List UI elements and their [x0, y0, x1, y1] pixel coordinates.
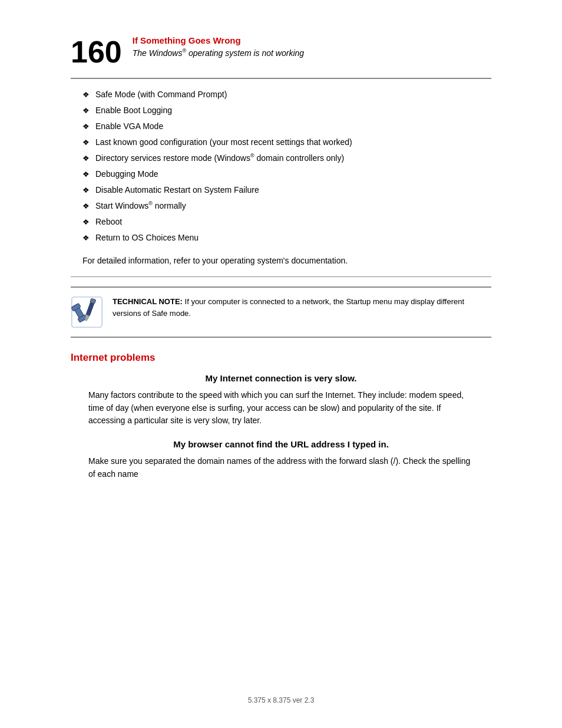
list-item: ❖ Last known good configuration (your mo… — [82, 136, 491, 149]
footer-text: 5.375 x 8.375 ver 2.3 — [248, 696, 315, 704]
subsection1-content: Many factors contribute to the speed wit… — [71, 389, 491, 427]
internet-section: Internet problems My Internet connection… — [71, 352, 491, 480]
list-item: ❖ Return to OS Choices Menu — [82, 232, 491, 244]
doc-paragraph: For detailed information, refer to your … — [71, 248, 491, 267]
diamond-icon: ❖ — [82, 153, 90, 164]
diamond-icon: ❖ — [82, 137, 90, 149]
item-text: Start Windows® normally — [95, 200, 491, 212]
list-item: ❖ Disable Automatic Restart on System Fa… — [82, 184, 491, 196]
page-number: 160 — [71, 37, 122, 67]
subtitle-before: The Windows — [133, 48, 183, 58]
list-item: ❖ Enable Boot Logging — [82, 104, 491, 117]
diamond-icon: ❖ — [82, 89, 90, 101]
item-text: Reboot — [95, 216, 491, 228]
diamond-icon: ❖ — [82, 169, 90, 180]
item-text: Return to OS Choices Menu — [95, 232, 491, 244]
item-text: Disable Automatic Restart on System Fail… — [95, 184, 491, 196]
header-section: 160 If Something Goes Wrong The Windows®… — [71, 35, 491, 67]
item-text: Enable Boot Logging — [95, 104, 491, 117]
item-text: Enable VGA Mode — [95, 120, 491, 133]
subsection1-title: My Internet connection is very slow. — [71, 373, 491, 383]
list-item: ❖ Safe Mode (with Command Prompt) — [82, 88, 491, 101]
subsection2-title: My browser cannot find the URL address I… — [71, 439, 491, 449]
bullet-list: ❖ Safe Mode (with Command Prompt) ❖ Enab… — [71, 88, 491, 244]
chapter-subtitle: The Windows® operating system is not wor… — [133, 48, 304, 58]
diamond-icon: ❖ — [82, 121, 90, 133]
diamond-icon: ❖ — [82, 105, 90, 117]
list-item: ❖ Enable VGA Mode — [82, 120, 491, 133]
diamond-icon: ❖ — [82, 185, 90, 196]
diamond-icon: ❖ — [82, 232, 90, 244]
subsection-url-not-found: My browser cannot find the URL address I… — [71, 439, 491, 480]
list-item: ❖ Debugging Mode — [82, 168, 491, 180]
subsection-slow-connection: My Internet connection is very slow. Man… — [71, 373, 491, 427]
page-container: 160 If Something Goes Wrong The Windows®… — [0, 0, 562, 728]
tools-icon — [71, 296, 103, 328]
item-text: Last known good configuration (your most… — [95, 136, 491, 149]
diamond-icon: ❖ — [82, 200, 90, 212]
tech-note-text: TECHNICAL NOTE: If your computer is conn… — [113, 296, 491, 319]
tech-note-label: TECHNICAL NOTE: — [113, 297, 183, 306]
content-box: ❖ Safe Mode (with Command Prompt) ❖ Enab… — [71, 78, 491, 277]
diamond-icon: ❖ — [82, 216, 90, 228]
page-footer: 5.375 x 8.375 ver 2.3 — [0, 696, 562, 704]
subsection2-content: Make sure you separated the domain names… — [71, 455, 491, 480]
item-text: Debugging Mode — [95, 168, 491, 180]
chapter-title: If Something Goes Wrong — [133, 35, 304, 45]
section-title: Internet problems — [71, 352, 491, 364]
tech-note-box: TECHNICAL NOTE: If your computer is conn… — [71, 286, 491, 338]
list-item: ❖ Start Windows® normally — [82, 200, 491, 212]
item-text: Directory services restore mode (Windows… — [95, 152, 491, 164]
list-item: ❖ Directory services restore mode (Windo… — [82, 152, 491, 164]
item-text: Safe Mode (with Command Prompt) — [95, 88, 491, 101]
header-text: If Something Goes Wrong The Windows® ope… — [133, 35, 304, 58]
subtitle-after: operating system is not working — [186, 48, 304, 58]
list-item: ❖ Reboot — [82, 216, 491, 228]
